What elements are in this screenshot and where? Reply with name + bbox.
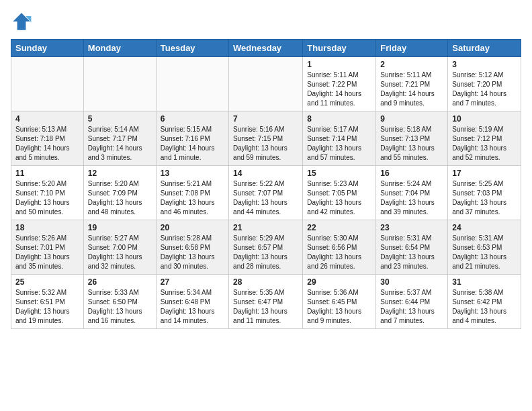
day-info: Sunrise: 5:36 AM Sunset: 6:45 PM Dayligh… xyxy=(307,288,371,326)
day-info: Sunrise: 5:15 AM Sunset: 7:16 PM Dayligh… xyxy=(161,125,224,163)
day-info: Sunrise: 5:24 AM Sunset: 7:04 PM Dayligh… xyxy=(380,179,443,217)
calendar-cell: 22Sunrise: 5:30 AM Sunset: 6:56 PM Dayli… xyxy=(303,220,376,275)
calendar-cell xyxy=(229,57,303,111)
day-number: 25 xyxy=(15,277,79,287)
day-number: 10 xyxy=(452,114,517,124)
day-header-sunday: Sunday xyxy=(11,40,84,57)
calendar-cell: 30Sunrise: 5:37 AM Sunset: 6:44 PM Dayli… xyxy=(376,275,448,329)
day-header-monday: Monday xyxy=(83,40,156,57)
day-info: Sunrise: 5:26 AM Sunset: 7:01 PM Dayligh… xyxy=(15,234,79,271)
day-number: 23 xyxy=(380,223,443,232)
calendar-cell: 18Sunrise: 5:26 AM Sunset: 7:01 PM Dayli… xyxy=(11,220,84,275)
day-info: Sunrise: 5:28 AM Sunset: 6:58 PM Dayligh… xyxy=(161,234,224,271)
day-info: Sunrise: 5:29 AM Sunset: 6:57 PM Dayligh… xyxy=(233,234,298,271)
calendar-cell: 15Sunrise: 5:23 AM Sunset: 7:05 PM Dayli… xyxy=(303,166,376,220)
day-header-friday: Friday xyxy=(376,40,448,57)
calendar-week-row: 11Sunrise: 5:20 AM Sunset: 7:10 PM Dayli… xyxy=(11,166,521,220)
calendar-cell: 16Sunrise: 5:24 AM Sunset: 7:04 PM Dayli… xyxy=(376,166,448,220)
calendar-cell: 23Sunrise: 5:31 AM Sunset: 6:54 PM Dayli… xyxy=(376,220,448,275)
day-info: Sunrise: 5:25 AM Sunset: 7:03 PM Dayligh… xyxy=(452,179,517,217)
day-number: 27 xyxy=(161,277,224,287)
day-number: 26 xyxy=(88,277,152,287)
day-info: Sunrise: 5:31 AM Sunset: 6:54 PM Dayligh… xyxy=(380,234,443,271)
calendar-cell: 4Sunrise: 5:13 AM Sunset: 7:18 PM Daylig… xyxy=(11,111,84,166)
calendar-cell: 21Sunrise: 5:29 AM Sunset: 6:57 PM Dayli… xyxy=(229,220,303,275)
day-number: 30 xyxy=(380,277,443,287)
day-number: 15 xyxy=(307,169,371,178)
calendar-cell: 25Sunrise: 5:32 AM Sunset: 6:51 PM Dayli… xyxy=(11,275,84,329)
calendar-cell: 12Sunrise: 5:20 AM Sunset: 7:09 PM Dayli… xyxy=(83,166,156,220)
day-info: Sunrise: 5:35 AM Sunset: 6:47 PM Dayligh… xyxy=(233,288,298,326)
calendar-cell: 1Sunrise: 5:11 AM Sunset: 7:22 PM Daylig… xyxy=(303,57,376,111)
day-info: Sunrise: 5:37 AM Sunset: 6:44 PM Dayligh… xyxy=(380,288,443,326)
calendar-cell: 19Sunrise: 5:27 AM Sunset: 7:00 PM Dayli… xyxy=(83,220,156,275)
day-number: 16 xyxy=(380,169,443,178)
calendar-table: SundayMondayTuesdayWednesdayThursdayFrid… xyxy=(11,39,521,329)
day-info: Sunrise: 5:31 AM Sunset: 6:53 PM Dayligh… xyxy=(452,234,517,271)
day-info: Sunrise: 5:11 AM Sunset: 7:21 PM Dayligh… xyxy=(380,71,443,108)
calendar-cell: 26Sunrise: 5:33 AM Sunset: 6:50 PM Dayli… xyxy=(83,275,156,329)
day-info: Sunrise: 5:27 AM Sunset: 7:00 PM Dayligh… xyxy=(88,234,152,271)
day-header-thursday: Thursday xyxy=(303,40,376,57)
day-info: Sunrise: 5:32 AM Sunset: 6:51 PM Dayligh… xyxy=(15,288,79,326)
calendar-cell: 31Sunrise: 5:38 AM Sunset: 6:42 PM Dayli… xyxy=(448,275,521,329)
day-number: 31 xyxy=(452,277,517,287)
calendar-cell: 17Sunrise: 5:25 AM Sunset: 7:03 PM Dayli… xyxy=(448,166,521,220)
day-number: 29 xyxy=(307,277,371,287)
calendar-cell: 8Sunrise: 5:17 AM Sunset: 7:14 PM Daylig… xyxy=(303,111,376,166)
day-number: 14 xyxy=(233,169,298,178)
day-info: Sunrise: 5:16 AM Sunset: 7:15 PM Dayligh… xyxy=(233,125,298,163)
day-number: 21 xyxy=(233,223,298,232)
calendar-cell: 7Sunrise: 5:16 AM Sunset: 7:15 PM Daylig… xyxy=(229,111,303,166)
calendar-week-row: 18Sunrise: 5:26 AM Sunset: 7:01 PM Dayli… xyxy=(11,220,521,275)
day-number: 4 xyxy=(15,114,79,124)
day-number: 17 xyxy=(452,169,517,178)
day-number: 19 xyxy=(88,223,152,232)
day-number: 11 xyxy=(15,169,79,178)
calendar-week-row: 25Sunrise: 5:32 AM Sunset: 6:51 PM Dayli… xyxy=(11,275,521,329)
day-number: 7 xyxy=(233,114,298,124)
day-number: 1 xyxy=(307,60,371,69)
day-header-wednesday: Wednesday xyxy=(229,40,303,57)
day-info: Sunrise: 5:17 AM Sunset: 7:14 PM Dayligh… xyxy=(307,125,371,163)
day-number: 8 xyxy=(307,114,371,124)
calendar-cell: 3Sunrise: 5:12 AM Sunset: 7:20 PM Daylig… xyxy=(448,57,521,111)
day-header-tuesday: Tuesday xyxy=(156,40,228,57)
calendar-cell xyxy=(11,57,84,111)
day-info: Sunrise: 5:18 AM Sunset: 7:13 PM Dayligh… xyxy=(380,125,443,163)
day-info: Sunrise: 5:13 AM Sunset: 7:18 PM Dayligh… xyxy=(15,125,79,163)
day-info: Sunrise: 5:20 AM Sunset: 7:10 PM Dayligh… xyxy=(15,179,79,217)
calendar-cell: 28Sunrise: 5:35 AM Sunset: 6:47 PM Dayli… xyxy=(229,275,303,329)
calendar-cell: 2Sunrise: 5:11 AM Sunset: 7:21 PM Daylig… xyxy=(376,57,448,111)
day-info: Sunrise: 5:19 AM Sunset: 7:12 PM Dayligh… xyxy=(452,125,517,163)
day-info: Sunrise: 5:20 AM Sunset: 7:09 PM Dayligh… xyxy=(88,179,152,217)
day-info: Sunrise: 5:11 AM Sunset: 7:22 PM Dayligh… xyxy=(307,71,371,108)
day-number: 12 xyxy=(88,169,152,178)
day-number: 6 xyxy=(161,114,224,124)
day-header-saturday: Saturday xyxy=(448,40,521,57)
calendar-header-row: SundayMondayTuesdayWednesdayThursdayFrid… xyxy=(11,40,521,57)
day-number: 18 xyxy=(15,223,79,232)
calendar-cell: 9Sunrise: 5:18 AM Sunset: 7:13 PM Daylig… xyxy=(376,111,448,166)
day-info: Sunrise: 5:14 AM Sunset: 7:17 PM Dayligh… xyxy=(88,125,152,163)
calendar-cell: 5Sunrise: 5:14 AM Sunset: 7:17 PM Daylig… xyxy=(83,111,156,166)
calendar-cell: 24Sunrise: 5:31 AM Sunset: 6:53 PM Dayli… xyxy=(448,220,521,275)
logo xyxy=(11,11,35,32)
day-number: 24 xyxy=(452,223,517,232)
calendar-cell: 14Sunrise: 5:22 AM Sunset: 7:07 PM Dayli… xyxy=(229,166,303,220)
calendar-cell: 11Sunrise: 5:20 AM Sunset: 7:10 PM Dayli… xyxy=(11,166,84,220)
day-info: Sunrise: 5:30 AM Sunset: 6:56 PM Dayligh… xyxy=(307,234,371,271)
day-number: 28 xyxy=(233,277,298,287)
day-info: Sunrise: 5:12 AM Sunset: 7:20 PM Dayligh… xyxy=(452,71,517,108)
day-info: Sunrise: 5:22 AM Sunset: 7:07 PM Dayligh… xyxy=(233,179,298,217)
page-header xyxy=(11,11,521,32)
svg-marker-0 xyxy=(13,13,30,30)
calendar-cell: 29Sunrise: 5:36 AM Sunset: 6:45 PM Dayli… xyxy=(303,275,376,329)
day-number: 20 xyxy=(161,223,224,232)
day-info: Sunrise: 5:21 AM Sunset: 7:08 PM Dayligh… xyxy=(161,179,224,217)
day-number: 5 xyxy=(88,114,152,124)
calendar-cell: 20Sunrise: 5:28 AM Sunset: 6:58 PM Dayli… xyxy=(156,220,228,275)
logo-icon xyxy=(11,11,32,32)
calendar-cell: 10Sunrise: 5:19 AM Sunset: 7:12 PM Dayli… xyxy=(448,111,521,166)
calendar-week-row: 1Sunrise: 5:11 AM Sunset: 7:22 PM Daylig… xyxy=(11,57,521,111)
